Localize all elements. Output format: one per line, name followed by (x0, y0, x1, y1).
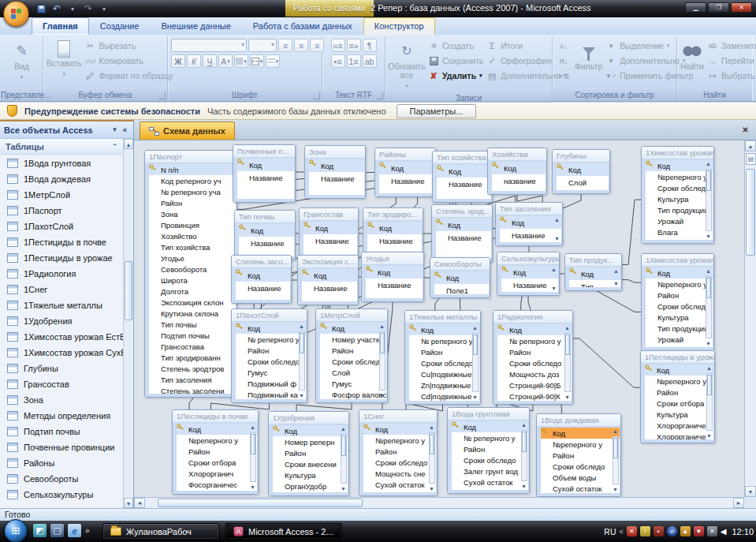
field-row[interactable]: Название (236, 282, 290, 294)
scroll-up-icon[interactable]: ▲ (613, 268, 619, 274)
field-row[interactable]: Сроки обследо (497, 357, 572, 368)
taskbar-button-folder[interactable]: ЖулановаРабоч (102, 523, 219, 540)
relationship-line[interactable] (622, 280, 641, 283)
field-row[interactable]: Тип продукции (646, 204, 713, 215)
tray-icon-security[interactable]: ♥ (694, 526, 704, 536)
scroll-down-icon[interactable]: ▼ (429, 486, 434, 492)
delete-button[interactable]: ✘Удалить▾ (428, 69, 483, 83)
scroll-thumb[interactable] (707, 375, 712, 395)
clear-sort-icon[interactable]: ✕⇅ (556, 69, 572, 83)
field-row[interactable]: Поле1 (434, 284, 489, 294)
gridlines-button[interactable]: ▾ (250, 54, 264, 68)
entity-stepen_zaso[interactable]: Степень засо...КодНазвание (231, 255, 292, 304)
scroll-right-icon[interactable]: ► (733, 498, 744, 508)
scroll-up-icon[interactable]: ▲ (706, 268, 711, 274)
field-row[interactable]: Cd|подвижные (409, 391, 479, 401)
relationship-line[interactable] (211, 403, 270, 409)
field-row[interactable]: Название (239, 237, 294, 249)
field-row[interactable]: Объем воды (541, 472, 620, 483)
field-row[interactable]: Сроки обследо (646, 182, 713, 193)
field-row[interactable]: Сухой остаток (363, 479, 436, 490)
field-row[interactable]: Подвижный ка (236, 389, 306, 399)
field-row[interactable]: Код (409, 324, 479, 335)
field-row[interactable]: Код (177, 424, 257, 435)
tab-create[interactable]: Создание (89, 17, 151, 35)
field-row[interactable]: Код (366, 266, 423, 278)
field-row[interactable]: Долгота (149, 286, 236, 297)
field-row[interactable]: Номер участка (320, 334, 386, 345)
entity-title[interactable]: Хозяйства (488, 148, 546, 161)
field-row[interactable]: Код (273, 425, 348, 436)
scroll-thumb[interactable] (706, 170, 711, 191)
scroll-down-icon[interactable]: ▼ (706, 234, 711, 239)
entity-title[interactable]: Севообороты (430, 258, 490, 271)
field-row[interactable]: Код (497, 324, 572, 335)
canvas-horizontal-scrollbar[interactable]: ◄ ► (134, 497, 744, 508)
entity-title[interactable]: Районы (375, 148, 435, 161)
entity-tyazh[interactable]: 1Тяжелые металлыКод№ реперного уРайонСро… (404, 310, 481, 405)
scroll-thumb[interactable] (565, 335, 570, 355)
entity-pasport[interactable]: 1ПаспортN п/пКод реперного уч№ реперного… (144, 150, 237, 398)
tab-external-data[interactable]: Внешние данные (150, 17, 241, 35)
sidebar-item-table[interactable]: Глубины (0, 361, 123, 376)
field-row[interactable]: Код (309, 159, 364, 172)
scroll-up-icon[interactable]: ▲ (250, 424, 255, 430)
field-row[interactable]: № реперного у (236, 334, 306, 345)
field-row[interactable]: Район (149, 197, 236, 208)
new-record-button[interactable]: ✳Создать (428, 39, 483, 53)
sidebar-item-table[interactable]: 1Тяжелые металлы (0, 297, 123, 313)
text-highlight-icon[interactable]: ab (363, 54, 377, 68)
tab-home[interactable]: Главная (32, 17, 89, 35)
field-row[interactable]: Район (541, 450, 620, 461)
entity-scrollbar[interactable] (472, 333, 479, 392)
scroll-thumb[interactable] (430, 434, 434, 454)
entity-scrollbar[interactable] (706, 276, 712, 338)
decrease-indent-icon[interactable]: «≡ (331, 39, 345, 52)
field-row[interactable]: Номер реперн (273, 436, 348, 447)
field-row[interactable]: Район (363, 446, 436, 457)
entity-title[interactable]: Угодья (362, 252, 423, 265)
field-row[interactable]: Сроки обследо (320, 356, 386, 367)
taskbar-clock[interactable]: 12:10 (732, 527, 754, 536)
alternate-fill-button[interactable]: ▾ (266, 54, 280, 68)
undo-dropdown-icon[interactable]: ▾ (66, 2, 79, 15)
entity-radiolog[interactable]: 1РадиологияКод№ реперного уРайонСроки об… (493, 310, 573, 405)
navigation-pane-header[interactable]: Все объекты Access ▼ « (0, 121, 133, 139)
scroll-up-icon[interactable]: ▲ (472, 325, 478, 331)
select-button[interactable]: ↦Выбрать▾ (707, 69, 756, 83)
field-row[interactable]: № реперного уча (149, 186, 236, 197)
scroll-down-icon[interactable]: ▼ (124, 498, 133, 508)
entity-pochv[interactable]: Почвенные п...КодНазвание (233, 144, 296, 203)
field-row[interactable]: № реперного у (409, 335, 479, 346)
field-row[interactable]: Код (500, 216, 561, 229)
scroll-down-icon[interactable]: ▼ (706, 341, 711, 346)
sidebar-item-table[interactable]: 1ПахотСлой (0, 219, 123, 234)
field-row[interactable]: название (492, 174, 546, 187)
paragraph-marks-icon[interactable]: ¶ (363, 39, 377, 52)
field-row[interactable]: №реперного у (177, 435, 257, 446)
scroll-up-icon[interactable]: ▲ (299, 323, 304, 329)
field-row[interactable]: Код (367, 222, 422, 234)
entity-title[interactable]: Тип эродиро... (363, 208, 423, 221)
field-row[interactable]: Урожай (646, 334, 713, 345)
taskbar-button-access[interactable]: A Microsoft Access - 2... (225, 523, 342, 540)
field-row[interactable]: Код (236, 323, 306, 334)
entity-metr[interactable]: 1МетрСлойКодНомер участкаРайонСроки обсл… (315, 308, 388, 403)
entity-tip_zasol[interactable]: Тип засоленияКодНазвание▲▼ (495, 202, 563, 246)
qat-customize-icon[interactable]: ▾ (98, 2, 110, 15)
scroll-up-icon[interactable]: ▲ (429, 424, 434, 430)
field-row[interactable]: Зона (149, 208, 236, 219)
tray-icon-app[interactable]: ▪ (654, 526, 664, 536)
field-row[interactable]: Код (501, 266, 558, 278)
field-row[interactable]: Код (363, 424, 436, 435)
start-button[interactable]: ⊞ (4, 519, 28, 542)
field-row[interactable]: Название (366, 278, 423, 291)
field-row[interactable]: Подвижный ф (236, 378, 306, 389)
entity-tip_pochvy[interactable]: Тип почвыКодНазвание (234, 210, 296, 260)
entity-title[interactable]: 1Пестициды в почве (173, 410, 258, 423)
field-row[interactable]: Район (645, 387, 713, 398)
field-row[interactable]: Гумус (320, 378, 386, 389)
font-name-combobox[interactable] (171, 39, 247, 52)
field-row[interactable]: Код (304, 222, 357, 234)
tray-icon-update[interactable]: ! (640, 526, 650, 536)
